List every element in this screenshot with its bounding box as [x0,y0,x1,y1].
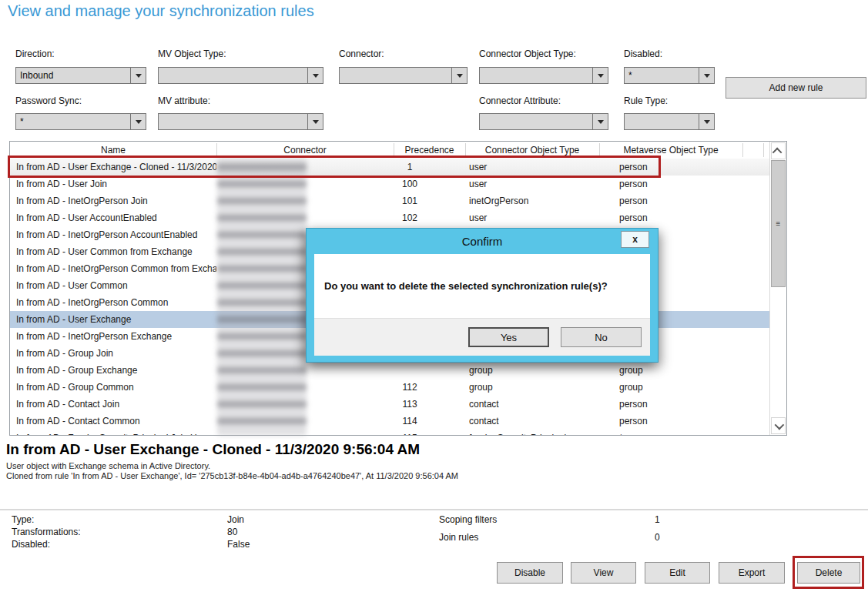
chevron-down-icon[interactable] [699,114,714,129]
cell-mot: person [619,209,758,226]
cell-prec: 102 [394,209,426,226]
cell-mot: person [619,192,758,209]
page-title: View and manage your synchronization rul… [8,2,314,20]
dialog-footer: Yes No [314,318,650,356]
direction-value: Inbound [20,68,129,83]
cell-prec: 100 [394,176,426,192]
cell-prec: 115 [394,430,426,435]
disable-button[interactable]: Disable [497,562,563,584]
cell-name: In from AD - User Common from Exchange [16,243,216,260]
cell-name: In from AD - Group Exchange [16,362,216,379]
header-connector[interactable]: Connector [216,142,394,159]
direction-select[interactable]: Inbound [15,67,146,84]
mv-attribute-select[interactable] [158,113,323,130]
yes-button[interactable]: Yes [468,327,549,347]
header-connector-object-type[interactable]: Connector Object Type [465,142,599,159]
connector-object-type-select[interactable] [479,67,608,84]
view-button[interactable]: View [571,562,636,584]
table-row[interactable]: In from AD - Contact Common114contactper… [10,413,770,430]
disabled-stat-label: Disabled: [12,539,50,550]
no-button[interactable]: No [561,327,642,347]
dialog-message: Do you want to delete the selected synch… [324,280,642,292]
table-row[interactable]: In from AD - User Exchange - Cloned - 11… [10,159,770,176]
dialog-body: Do you want to delete the selected synch… [314,254,650,356]
cell-cot: user [469,176,602,192]
password-sync-value: * [20,114,129,129]
transformations-value: 80 [227,527,237,537]
rule-cloned-note: Cloned from rule 'In from AD - User Exch… [6,471,458,480]
table-row[interactable]: In from AD - Group Exchangegroupgroup [10,362,770,379]
mv-attribute-label: MV attribute: [158,95,210,106]
transformations-label: Transformations: [12,527,81,537]
password-sync-select[interactable]: * [15,113,146,130]
table-row[interactable]: In from AD - Contact Join113contactperso… [10,396,770,413]
connector-attribute-select[interactable] [479,113,608,130]
mv-object-type-select[interactable] [158,67,323,84]
cell-name: In from AD - Group Join [16,345,216,362]
rule-type-label: Rule Type: [624,95,668,106]
table-row[interactable]: In from AD - InetOrgPerson Join101inetOr… [10,192,770,209]
cell-mot: person [619,396,758,413]
cell-prec: 112 [394,379,426,396]
join-rules-value: 0 [655,532,660,543]
confirm-dialog: Confirm x Do you want to delete the sele… [306,228,659,363]
chevron-down-icon[interactable] [307,68,323,83]
disabled-stat-value: False [227,539,250,550]
header-name[interactable]: Name [10,142,216,159]
export-button[interactable]: Export [719,562,785,584]
dialog-title: Confirm [307,229,658,254]
scroll-down-icon[interactable] [771,417,786,434]
direction-label: Direction: [15,48,55,59]
cell-name: In from AD - InetOrgPerson Exchange [16,328,216,345]
connector-attribute-label: Connector Attribute: [479,95,561,106]
table-row[interactable]: In from AD - User AccountEnabled102userp… [10,209,770,226]
cell-mot: person [619,413,758,430]
cell-prec: 114 [394,413,426,430]
scroll-up-icon[interactable] [771,142,786,159]
scrollbar-thumb[interactable]: ≡ [771,160,786,287]
connector-select[interactable] [339,67,468,84]
edit-button[interactable]: Edit [645,562,710,584]
cell-name: In from AD - InetOrgPerson Join [16,192,216,209]
cell-name: In from AD - InetOrgPerson Common [16,294,216,311]
rule-detail-heading: In from AD - User Exchange - Cloned - 11… [6,441,420,458]
header-precedence[interactable]: Precedence [394,142,465,159]
cell-name: In from AD - Contact Join [16,396,216,413]
chevron-down-icon[interactable] [307,114,323,129]
table-row[interactable]: In from AD - User Join100userperson [10,176,770,192]
rules-table-header: Name Connector Precedence Connector Obje… [10,142,770,159]
cell-name: In from AD - ForeignSecurityPrincipal Jo… [16,430,216,435]
rule-description: User object with Exchange schema in Acti… [6,461,210,470]
close-icon[interactable]: x [621,231,649,248]
connector-label: Connector: [339,48,384,59]
cell-cot: contact [469,396,602,413]
cell-mot: person [619,176,758,192]
disabled-value: * [628,68,697,83]
chevron-down-icon[interactable] [592,114,608,129]
chevron-down-icon[interactable] [130,114,146,129]
chevron-down-icon[interactable] [451,68,467,83]
cell-cot: contact [469,413,602,430]
add-new-rule-button[interactable]: Add new rule [726,77,866,99]
cell-name: In from AD - User Exchange [16,311,216,328]
cell-cot: user [469,159,602,176]
cell-prec: 1 [394,159,426,176]
type-label: Type: [12,514,34,525]
disabled-label: Disabled: [624,48,662,59]
cell-mot: * [619,430,758,435]
chevron-down-icon[interactable] [592,68,608,83]
table-row[interactable]: In from AD - ForeignSecurityPrincipal Jo… [10,430,770,435]
disabled-select[interactable]: * [624,67,715,84]
cell-mot: group [619,362,758,379]
table-row[interactable]: In from AD - Group Common112groupgroup [10,379,770,396]
header-metaverse-object-type[interactable]: Metaverse Object Type [599,142,742,159]
chevron-down-icon[interactable] [130,68,146,83]
connector-object-type-label: Connector Object Type: [479,48,576,59]
rule-type-select[interactable] [624,113,715,130]
vertical-scrollbar[interactable]: ≡ [769,142,786,435]
cell-name: In from AD - InetOrgPerson AccountEnable… [16,226,216,243]
cell-prec: 113 [394,396,426,413]
cell-prec: 101 [394,192,426,209]
chevron-down-icon[interactable] [699,68,714,83]
delete-button[interactable]: Delete [797,562,860,584]
